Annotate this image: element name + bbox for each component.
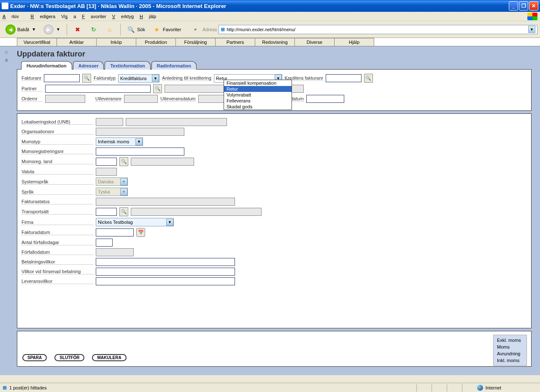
momsland-display	[131, 158, 194, 166]
menubar: Arkiv Redigera Visa Favoriter Verktyg Hj…	[0, 12, 540, 21]
villkorforsen-input[interactable]	[96, 268, 235, 276]
slutfor-button[interactable]: SLUTFÖR	[54, 354, 84, 361]
lookup-button[interactable]: 🔍	[153, 84, 162, 93]
maximize-button[interactable]: ❐	[519, 1, 528, 11]
momsreg-input[interactable]	[96, 148, 184, 156]
back-button[interactable]: ◄ Bakåt ▼	[3, 23, 39, 36]
dropdown-option[interactable]: Retur	[224, 86, 292, 92]
anledning-dropdown[interactable]: Finansiell kompensation Retur Volymrabat…	[224, 80, 292, 110]
refresh-icon: ↻	[89, 25, 98, 34]
stop-button[interactable]: ✖	[70, 24, 85, 35]
lookup-button[interactable]: 🔍	[119, 207, 128, 216]
label-antal: Antal förfallodagar	[22, 240, 93, 245]
tab-forsaljning[interactable]: Försäljning	[176, 38, 216, 46]
forfallo-display	[96, 248, 134, 256]
app-icon	[2, 3, 8, 9]
refresh-button[interactable]: ↻	[86, 24, 101, 35]
tab-partners[interactable]: Partners	[215, 38, 255, 46]
kreditera-input[interactable]	[326, 74, 362, 82]
tab-artiklar[interactable]: Artiklar	[57, 38, 97, 46]
total-inkl: Inkl. moms	[497, 357, 523, 364]
lookup-button[interactable]: 🔍	[82, 74, 91, 83]
favorites-button[interactable]: ★Favoriter	[150, 24, 184, 35]
address-bar: Adress ▦ http://munin.exder.net/html/men…	[202, 25, 537, 34]
window-title: Exder · NW:s Testbolaget AB [13] · Nikla…	[10, 3, 509, 9]
close-button[interactable]: ✕	[529, 1, 538, 11]
page-icon: ▦	[221, 27, 225, 32]
label-momstyp: Momstyp	[22, 139, 93, 145]
form-tabs: Huvudinformation Adresser Textinformatio…	[0, 61, 540, 70]
address-input[interactable]: ▦ http://munin.exder.net/html/menu/ ▼	[219, 25, 537, 34]
lookup-button[interactable]: 🔍	[364, 74, 373, 83]
partner-input[interactable]	[45, 85, 151, 93]
home-icon[interactable]: ⌂	[3, 49, 10, 55]
menu-verktyg[interactable]: Verktyg	[112, 14, 134, 19]
left-gutter: ⌂ ≡	[0, 46, 13, 375]
antal-input[interactable]	[96, 239, 113, 247]
momstyp-value: Inhemsk moms	[96, 139, 135, 144]
home-icon: ⌂	[105, 25, 114, 34]
menu-favoriter[interactable]: Favoriter	[82, 14, 106, 19]
levvillkor-input[interactable]	[96, 277, 235, 285]
stop-icon: ✖	[73, 25, 82, 34]
label-transport: Transportsätt	[22, 209, 93, 215]
total-moms: Moms	[497, 344, 523, 350]
chevron-down-icon[interactable]: ▼	[528, 26, 535, 33]
lokal-display2	[126, 118, 227, 126]
menu-visa[interactable]: Visa	[61, 14, 76, 19]
fstatus-display	[96, 198, 235, 206]
tab-produktion[interactable]: Produktion	[136, 38, 176, 46]
label-orgnr: Organisationsnr	[22, 129, 93, 134]
momsland-input[interactable]	[96, 158, 117, 166]
menu-redigera[interactable]: Redigera	[30, 14, 55, 19]
label-valuta: Valuta	[22, 169, 93, 175]
fakturatyp-value: Kreditfaktura	[119, 76, 152, 81]
lookup-button[interactable]: 🔍	[119, 157, 128, 166]
transport-input[interactable]	[96, 208, 117, 216]
firma-select[interactable]: Nickes Testbolag ▼	[96, 218, 174, 226]
tab-redovisning[interactable]: Redovisning	[255, 38, 295, 46]
totals-box: Exkl. moms Moms Avrundning Inkl. moms	[493, 335, 527, 366]
momstyp-select[interactable]: Inhemsk moms ▼	[96, 137, 143, 146]
dropdown-option[interactable]: Felleverans	[224, 98, 292, 104]
spara-button[interactable]: SPARA	[22, 354, 47, 361]
dropdown-option[interactable]: Finansiell kompensation	[224, 80, 292, 86]
sysspr-value: Danska	[96, 179, 120, 184]
ankomstdatum-input[interactable]	[306, 95, 344, 103]
tab-inkop[interactable]: Inköp	[96, 38, 136, 46]
search-button[interactable]: 🔍Sök	[124, 24, 148, 35]
tab-textinformation[interactable]: Textinformation	[105, 61, 150, 70]
tab-radinformation[interactable]: Radinformation	[151, 61, 197, 70]
label-partner: Partner	[22, 86, 43, 91]
fakturanr-input[interactable]	[44, 74, 80, 82]
orgnr-display	[96, 128, 184, 136]
browser-toolbar: ◄ Bakåt ▼ ► ▼ ✖ ↻ ⌂ 🔍Sök ★Favoriter » Ad…	[0, 21, 540, 38]
tab-varucertifikat[interactable]: Varucertifikat	[17, 38, 57, 46]
makulera-button[interactable]: MAKULERA	[92, 354, 126, 361]
betvillkor-input[interactable]	[96, 258, 235, 266]
forward-button[interactable]: ► ▼	[40, 23, 63, 36]
dropdown-option[interactable]: Volymrabatt	[224, 92, 292, 98]
valuta-display	[96, 168, 117, 176]
calendar-button[interactable]: 📅	[136, 228, 145, 237]
label-sprak: Språk	[22, 189, 93, 195]
menu-hjalp[interactable]: Hjälp	[140, 14, 156, 19]
minimize-button[interactable]: _	[509, 1, 518, 11]
tab-diverse[interactable]: Diverse	[294, 38, 335, 46]
home-button[interactable]: ⌂	[103, 24, 117, 35]
chevron-down-icon: ▼	[56, 27, 60, 32]
label-fdatum: Fakturadatum	[22, 230, 93, 235]
lower-form-panel: Lokaliseringskod (UNB) Organisationsnr M…	[17, 113, 532, 328]
tab-adresser[interactable]: Adresser	[73, 61, 104, 70]
tab-huvudinformation[interactable]: Huvudinformation	[21, 61, 72, 70]
menu-arkiv[interactable]: Arkiv	[3, 14, 24, 19]
label-villkorforsen: Villkor vid försenad betalning	[22, 269, 93, 274]
page-title: Uppdatera fakturor	[0, 46, 540, 61]
chevron-down-icon: ▼	[120, 178, 127, 185]
dropdown-option[interactable]: Skadat gods	[224, 104, 292, 110]
fdatum-input[interactable]	[96, 228, 134, 236]
overflow-icon[interactable]: »	[194, 27, 197, 32]
fakturatyp-select[interactable]: Kreditfaktura ▼	[118, 74, 159, 83]
tab-hjalp[interactable]: Hjälp	[334, 38, 374, 46]
label-betvillkor: Betalningsvillkor	[22, 259, 93, 265]
